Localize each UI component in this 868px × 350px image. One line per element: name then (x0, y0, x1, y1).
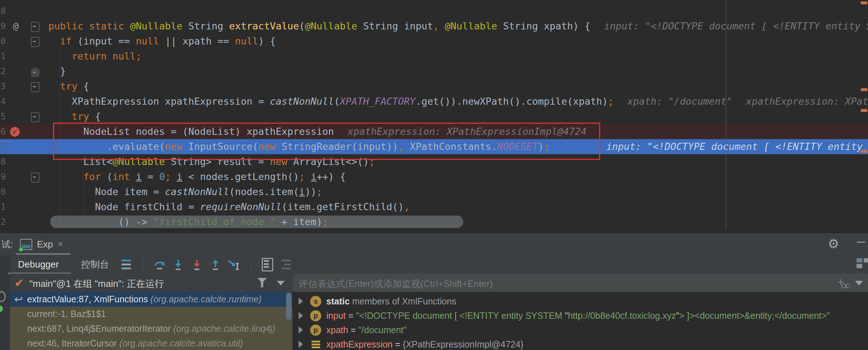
debug-console-icon (20, 239, 32, 250)
code-line[interactable]: 8 (0, 4, 868, 19)
code-text: public static @Nullable String extractVa… (48, 19, 868, 34)
code-text: return null; (48, 49, 142, 64)
variable-row[interactable]: pxpath = "/document" (293, 323, 868, 337)
expand-chevron-icon[interactable] (299, 298, 303, 305)
watches-dropdown-caret[interactable] (855, 281, 863, 285)
code-text: try { (48, 79, 89, 94)
static-member-icon: s (310, 296, 321, 307)
inline-debugger-hint: input: "<!DOCTYPE document [ <!ENTITY en… (604, 20, 868, 32)
annotation-at-icon (13, 19, 19, 34)
line-number: 8 (0, 154, 6, 169)
frame-label: current:-1, Baz$1$1 (27, 309, 106, 319)
thread-dropdown-caret[interactable] (277, 281, 285, 285)
variable-text: input = "<!DOCTYPE document [ <!ENTITY e… (326, 311, 830, 321)
error-stripe-mark[interactable] (861, 88, 867, 91)
variable-row[interactable]: sstatic members of XmlFunctions (293, 294, 868, 308)
fold-marker-icon[interactable] (31, 82, 39, 92)
editor-lines: 89public static @Nullable String extract… (0, 4, 868, 230)
code-line[interactable]: 9public static @Nullable String extractV… (0, 19, 868, 34)
stack-frame-row[interactable]: next:687, Linq4j$EnumeratorIterator (org… (10, 321, 293, 336)
code-editor[interactable]: 89public static @Nullable String extract… (0, 0, 868, 232)
fold-marker-icon[interactable] (31, 67, 39, 77)
thread-running-check-icon (14, 276, 24, 290)
line-number: 6 (0, 124, 6, 139)
variable-text: xpath = "/document" (326, 325, 407, 335)
step-out-icon[interactable] (208, 257, 223, 272)
tab-exp-label: Exp (37, 239, 53, 250)
line-number: 0 (0, 34, 6, 49)
step-over-icon[interactable] (152, 257, 167, 272)
line-number: 1 (0, 49, 6, 64)
stack-frame-row[interactable]: current:-1, Baz$1$1 (10, 307, 293, 321)
inline-debugger-hint: xpath: "/document" (627, 96, 732, 107)
fold-marker-icon[interactable] (31, 22, 39, 32)
stack-frame-row[interactable]: ↩extractValue:87, XmlFunctions (org.apac… (10, 292, 293, 307)
line-number: 8 (0, 4, 6, 19)
debugger-toolbar: Debugger 控制台 (10, 255, 868, 274)
code-text: } (48, 64, 66, 79)
fold-marker-icon[interactable] (31, 172, 39, 183)
line-number: 1 (0, 199, 6, 214)
line-number: 9 (0, 169, 6, 184)
fold-marker-icon[interactable] (31, 112, 39, 122)
inline-debugger-hint: input: "<!DOCTYPE document [ <!ENTITY en… (606, 141, 868, 152)
inline-debugger-hint: xpathExpression: XPathExpressionImpl@472… (746, 96, 868, 107)
thread-status-row[interactable]: "main"@1 在组 "main": 正在运行 (10, 274, 293, 292)
filter-funnel-icon[interactable] (257, 278, 267, 287)
error-stripe-mark[interactable] (861, 1, 867, 4)
line-number: 0 (0, 184, 6, 199)
rerun-icon[interactable] (0, 291, 6, 302)
code-line[interactable]: 5 try { (0, 109, 868, 124)
code-line[interactable]: 4 XPathExpression xpathExpression = cast… (0, 94, 868, 109)
frames-scrollbar[interactable] (286, 293, 291, 320)
expand-chevron-icon[interactable] (299, 341, 303, 348)
code-line[interactable]: 1 return null; (0, 49, 868, 64)
tab-selected-underline (16, 253, 70, 255)
variable-row[interactable]: xpathExpression = {XPathExpressionImpl@4… (293, 337, 868, 350)
code-text: Node item = castNonNull(nodes.item(i)); (48, 184, 322, 199)
code-text: () -> "firstChild of node " + item); (48, 214, 328, 230)
code-text: for (int i = 0; i < nodes.getLength(); i… (48, 169, 346, 184)
code-line[interactable]: 1 Node firstChild = requireNonNull(item.… (0, 199, 868, 214)
breakpoint-icon[interactable] (10, 127, 20, 137)
settings-gear-icon[interactable] (828, 237, 839, 251)
code-line[interactable]: 0 if (input == null || xpath == null) { (0, 34, 868, 49)
tab-exp[interactable]: Exp × (16, 235, 68, 253)
layout-bars-icon[interactable] (119, 257, 133, 272)
expand-chevron-icon[interactable] (299, 326, 303, 334)
tab-debugger[interactable]: Debugger (18, 259, 59, 270)
fold-marker-icon[interactable] (31, 37, 39, 47)
variable-row[interactable]: pinput = "<!DOCTYPE document [ <!ENTITY … (293, 308, 868, 323)
code-line[interactable]: 2 } (0, 64, 868, 79)
resume-icon[interactable] (0, 306, 3, 312)
frame-label: extractValue:87, XmlFunctions (27, 294, 150, 304)
error-stripe-mark[interactable] (861, 150, 867, 153)
tab-console[interactable]: 控制台 (81, 258, 109, 271)
error-stripe-mark[interactable] (861, 109, 867, 112)
parameter-icon: p (310, 310, 321, 321)
expand-chevron-icon[interactable] (299, 312, 303, 319)
add-watch-icon[interactable] (837, 275, 844, 289)
code-line[interactable]: 9 for (int i = 0; i < nodes.getLength();… (0, 169, 868, 184)
close-tab-icon[interactable]: × (58, 239, 63, 250)
code-line[interactable]: 3 try { (0, 79, 868, 94)
return-arrow-icon: ↩ (14, 293, 23, 305)
layout-settings-icon[interactable] (857, 258, 868, 270)
force-step-into-icon[interactable] (190, 257, 204, 272)
code-line[interactable]: 2 () -> "firstChild of node " + item); (0, 214, 868, 230)
stack-frame-row[interactable]: next:46, IteratorCursor (org.apache.calc… (10, 336, 293, 350)
line-number: 2 (0, 214, 6, 230)
frame-label: next:687, Linq4j$EnumeratorIterator (27, 323, 173, 334)
thread-status-text: "main"@1 在组 "main": 正在运行 (29, 278, 164, 290)
run-to-cursor-icon[interactable] (227, 257, 241, 272)
hide-toolwindow-icon[interactable] (857, 235, 865, 249)
evaluate-expression-input[interactable]: 评估表达式(Enter)或添加监视(Ctrl+Shift+Enter) (293, 274, 868, 292)
code-text: XPathExpression xpathExpression = castNo… (48, 94, 868, 109)
frame-package: (org.apache.calcite.runtime) (151, 294, 262, 304)
evaluate-expression-icon[interactable] (260, 257, 275, 272)
debugger-side-strip (0, 255, 10, 350)
code-line[interactable]: 0 Node item = castNonNull(nodes.item(i))… (0, 184, 868, 199)
line-number: 2 (0, 64, 6, 79)
debugger-main-area: ↩extractValue:87, XmlFunctions (org.apac… (10, 292, 868, 350)
step-into-icon[interactable] (171, 257, 185, 272)
